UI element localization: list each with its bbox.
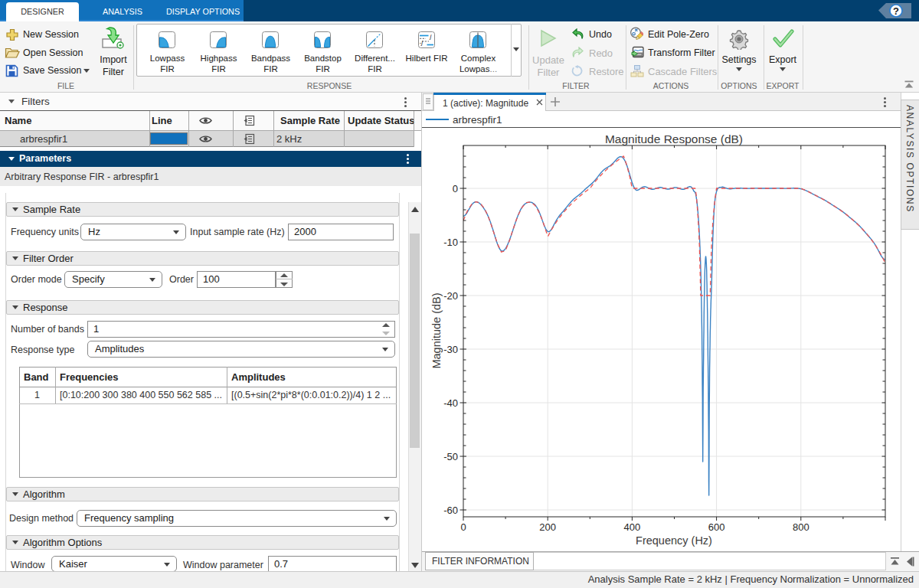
svg-text:Magnitude (dB): Magnitude (dB)	[430, 292, 443, 368]
svg-text:-10: -10	[443, 237, 458, 248]
svg-text:-40: -40	[443, 397, 458, 409]
svg-text:j: j	[430, 33, 432, 40]
svg-text:-j: -j	[420, 39, 424, 46]
svg-text:-20: -20	[443, 290, 458, 302]
svg-text:-50: -50	[443, 451, 458, 462]
svg-text:400: 400	[624, 521, 641, 533]
svg-text:600: 600	[708, 521, 725, 533]
svg-text:0: 0	[460, 521, 466, 533]
svg-text:0: 0	[453, 183, 458, 194]
svg-text:800: 800	[793, 521, 809, 533]
svg-text:Magnitude Response (dB): Magnitude Response (dB)	[605, 132, 743, 145]
svg-text:Frequency (Hz): Frequency (Hz)	[636, 534, 712, 547]
svg-text:-60: -60	[443, 505, 458, 516]
svg-text:200: 200	[539, 521, 556, 533]
svg-text:?: ?	[893, 5, 899, 17]
svg-text:-30: -30	[443, 344, 458, 355]
